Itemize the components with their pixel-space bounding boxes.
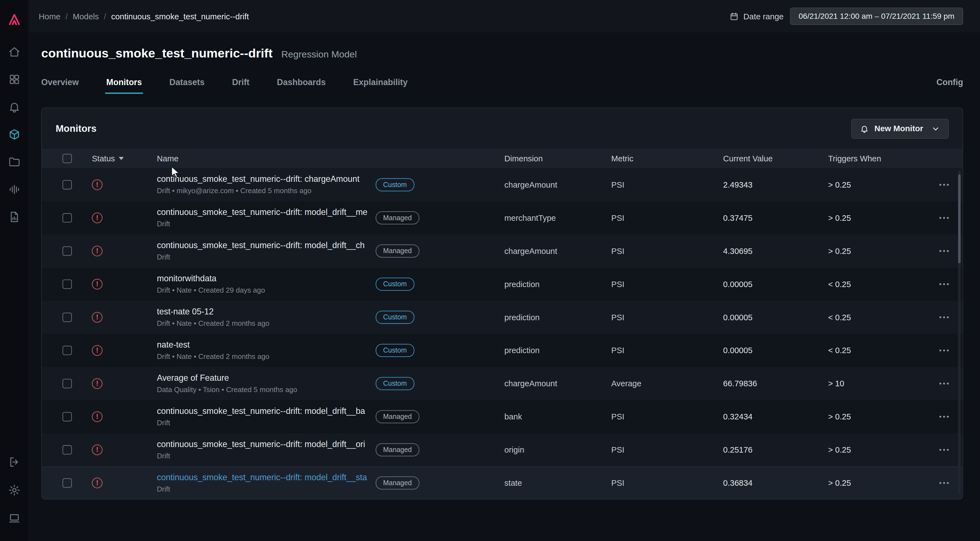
page-header: continuous_smoke_test_numeric--drift Reg… (41, 46, 963, 60)
table-row[interactable]: continuous_smoke_test_numeric--drift: mo… (42, 466, 963, 500)
monitor-subtitle: Drift • Nate • Created 2 months ago (157, 319, 375, 329)
table-header-row: Status Name Dimension Metric Current Val… (42, 149, 963, 168)
monitor-type-badge: Managed (375, 443, 419, 457)
row-checkbox[interactable] (62, 279, 72, 289)
projects-folder-icon[interactable] (8, 155, 21, 168)
current-value-cell: 0.32434 (723, 412, 828, 422)
row-checkbox[interactable] (62, 213, 72, 223)
row-checkbox[interactable] (62, 346, 72, 355)
breadcrumb-home[interactable]: Home (39, 12, 60, 21)
sort-desc-icon (119, 157, 124, 160)
row-checkbox[interactable] (62, 379, 72, 388)
scrollbar-thumb[interactable] (958, 174, 961, 263)
monitors-table-body: continuous_smoke_test_numeric--drift: ch… (42, 168, 963, 500)
row-checkbox[interactable] (62, 312, 72, 322)
settings-gear-icon[interactable] (8, 483, 21, 496)
current-value-cell: 2.49343 (723, 180, 828, 189)
triggers-when-cell: > 0.25 (828, 412, 938, 422)
current-value-cell: 0.00005 (723, 346, 828, 355)
tab-datasets[interactable]: Datasets (169, 78, 204, 87)
current-value-cell: 66.79836 (723, 379, 828, 388)
monitor-subtitle: Drift • mikyo@arize.com • Created 5 mont… (157, 186, 375, 196)
triggers-when-column-header[interactable]: Triggers When (828, 154, 938, 163)
triggers-when-cell: > 0.25 (828, 247, 938, 256)
monitor-name[interactable]: nate-test (157, 339, 375, 351)
row-checkbox[interactable] (62, 180, 72, 189)
current-value-cell: 0.00005 (723, 279, 828, 289)
alert-status-icon (92, 445, 102, 455)
tab-overview[interactable]: Overview (41, 78, 79, 87)
top-bar: Home Models continuous_smoke_test_numeri… (28, 0, 980, 33)
metric-cell: PSI (611, 213, 723, 223)
metric-column-header[interactable]: Metric (611, 154, 723, 163)
select-all-checkbox[interactable] (62, 154, 72, 163)
home-icon[interactable] (8, 45, 21, 58)
table-row[interactable]: Average of Feature Data Quality • Tsion … (42, 367, 963, 400)
monitor-name[interactable]: monitorwithdata (157, 273, 375, 284)
table-row[interactable]: test-nate 05-12 Drift • Nate • Created 2… (42, 301, 963, 334)
row-checkbox[interactable] (62, 445, 72, 455)
tab-dashboards[interactable]: Dashboards (277, 78, 326, 87)
row-checkbox[interactable] (62, 247, 72, 256)
metric-cell: PSI (611, 247, 723, 256)
table-row[interactable]: nate-test Drift • Nate • Created 2 month… (42, 334, 963, 367)
date-range-label: Date range (730, 12, 784, 21)
row-checkbox[interactable] (62, 478, 72, 488)
models-cube-icon[interactable] (8, 128, 21, 141)
dimension-cell: prediction (504, 279, 611, 289)
dimension-column-header[interactable]: Dimension (504, 154, 611, 163)
triggers-when-cell: < 0.25 (828, 312, 938, 322)
metric-cell: PSI (611, 279, 723, 289)
nav-icon-group-top (8, 45, 21, 223)
monitor-name[interactable]: Average of Feature (157, 372, 375, 384)
page-title: continuous_smoke_test_numeric--drift (41, 46, 272, 60)
waveform-icon[interactable] (8, 183, 21, 196)
tab-drift[interactable]: Drift (232, 78, 250, 87)
triggers-when-cell: > 10 (828, 379, 938, 388)
metric-cell: PSI (611, 312, 723, 322)
device-monitor-icon[interactable] (8, 511, 21, 525)
monitor-name[interactable]: continuous_smoke_test_numeric--drift: mo… (157, 406, 375, 417)
alerts-bell-icon[interactable] (8, 100, 21, 113)
date-range-button[interactable]: 06/21/2021 12:00 am – 07/21/2021 11:59 p… (790, 8, 963, 25)
new-monitor-button[interactable]: New Monitor (851, 119, 949, 138)
app-root: Home Models continuous_smoke_test_numeri… (0, 0, 980, 541)
name-column-header[interactable]: Name (157, 154, 375, 163)
metric-cell: PSI (611, 412, 723, 422)
monitor-name-link[interactable]: continuous_smoke_test_numeric--drift: mo… (157, 472, 375, 483)
config-link[interactable]: Config (936, 78, 963, 87)
monitor-name[interactable]: test-nate 05-12 (157, 306, 375, 317)
table-row[interactable]: monitorwithdata Drift • Nate • Created 2… (42, 267, 963, 301)
monitor-subtitle: Drift (157, 418, 375, 428)
arize-logo-icon[interactable] (6, 11, 22, 28)
report-file-icon[interactable] (8, 210, 21, 223)
row-checkbox[interactable] (62, 412, 72, 422)
monitor-name[interactable]: continuous_smoke_test_numeric--drift: ch… (157, 173, 375, 185)
date-range-group: Date range 06/21/2021 12:00 am – 07/21/2… (730, 8, 963, 25)
monitor-subtitle: Drift • Nate • Created 29 days ago (157, 286, 375, 295)
tab-monitors[interactable]: Monitors (107, 78, 142, 87)
alert-status-icon (92, 478, 102, 488)
monitor-type-badge: Managed (375, 245, 419, 258)
logout-icon[interactable] (8, 455, 21, 468)
triggers-when-cell: < 0.25 (828, 346, 938, 355)
monitor-name[interactable]: continuous_smoke_test_numeric--drift: mo… (157, 439, 375, 450)
table-row[interactable]: continuous_smoke_test_numeric--drift: mo… (42, 400, 963, 433)
monitor-name[interactable]: continuous_smoke_test_numeric--drift: mo… (157, 207, 375, 218)
table-row[interactable]: continuous_smoke_test_numeric--drift: mo… (42, 201, 963, 235)
table-row[interactable]: continuous_smoke_test_numeric--drift: ch… (42, 168, 963, 201)
current-value-column-header[interactable]: Current Value (723, 154, 828, 163)
alert-status-icon (92, 179, 102, 190)
table-row[interactable]: continuous_smoke_test_numeric--drift: mo… (42, 235, 963, 268)
alert-status-icon (92, 279, 102, 289)
table-row[interactable]: continuous_smoke_test_numeric--drift: mo… (42, 433, 963, 466)
dimension-cell: chargeAmount (504, 180, 611, 189)
triggers-when-cell: > 0.25 (828, 180, 938, 189)
monitor-name[interactable]: continuous_smoke_test_numeric--drift: mo… (157, 240, 375, 251)
current-value-cell: 0.37475 (723, 213, 828, 223)
tab-explainability[interactable]: Explainability (353, 78, 408, 87)
breadcrumb-models[interactable]: Models (60, 12, 99, 21)
dashboards-grid-icon[interactable] (8, 72, 21, 86)
status-column-header[interactable]: Status (92, 154, 157, 163)
alert-status-icon (92, 246, 102, 256)
